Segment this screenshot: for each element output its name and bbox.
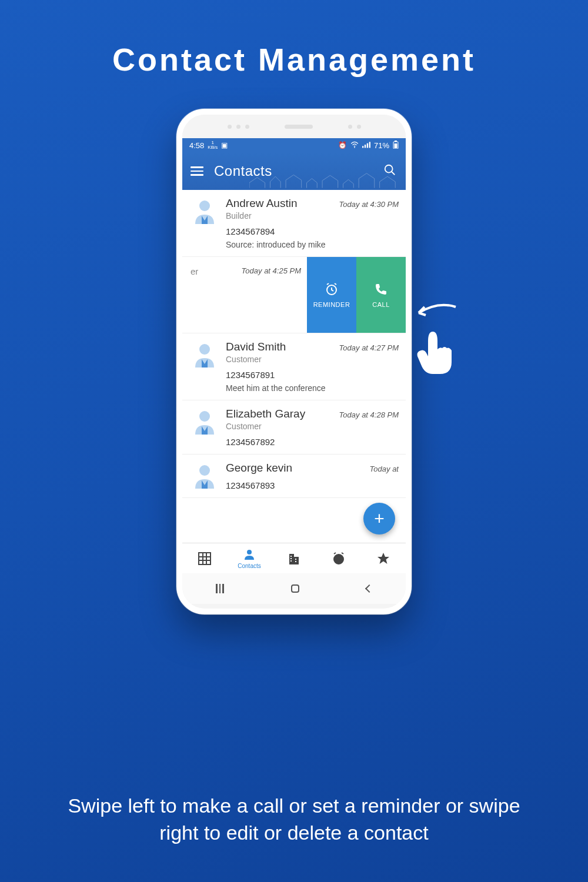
svg-rect-23 <box>290 556 292 557</box>
contact-row[interactable]: David Smith Today at 4:27 PM Customer 12… <box>182 333 406 400</box>
android-nav-bar <box>182 573 406 604</box>
add-contact-button[interactable]: + <box>363 503 395 534</box>
page-title: Contact Management <box>0 0 588 78</box>
battery-text: 71% <box>374 141 389 150</box>
svg-rect-1 <box>362 146 363 148</box>
svg-rect-15 <box>199 553 211 564</box>
contact-time: Today at 4:30 PM <box>339 200 399 209</box>
svg-rect-4 <box>369 142 370 148</box>
avatar-icon <box>191 462 219 490</box>
contact-note: Meet him at the conference <box>226 383 399 393</box>
contact-row[interactable]: George kevin Today at 1234567893 <box>182 455 406 498</box>
contact-time: Today at 4:28 PM <box>339 410 399 419</box>
avatar-icon <box>191 340 219 369</box>
avatar-icon <box>191 197 219 225</box>
contact-row[interactable]: Andrew Austin Today at 4:30 PM Builder 1… <box>182 190 406 257</box>
swipe-arrow-icon <box>412 300 459 323</box>
screen: 4:58 1KB/s ▣ ⏰ 71% <box>182 138 406 573</box>
menu-icon[interactable] <box>191 166 203 176</box>
picture-icon: ▣ <box>221 141 228 149</box>
alarm-icon: ⏰ <box>338 141 347 149</box>
svg-rect-26 <box>295 559 296 560</box>
contact-time: Today at <box>370 465 399 473</box>
nav-back-icon[interactable] <box>366 586 372 592</box>
battery-icon <box>393 141 399 151</box>
tab-contacts[interactable]: Contacts <box>227 543 272 573</box>
app-bar: Contacts <box>182 152 406 190</box>
wifi-icon <box>350 141 359 150</box>
page-subtitle: Swipe left to make a call or set a remin… <box>0 793 588 847</box>
svg-rect-25 <box>290 560 292 562</box>
tab-clock[interactable] <box>316 543 361 573</box>
svg-rect-27 <box>295 561 296 562</box>
svg-line-9 <box>392 172 395 175</box>
svg-point-20 <box>247 550 252 554</box>
tab-star[interactable] <box>361 543 406 573</box>
nav-home-icon[interactable] <box>291 584 299 593</box>
contact-phone: 1234567892 <box>226 437 399 447</box>
status-time: 4:58 <box>189 141 204 150</box>
tab-grid[interactable] <box>182 543 227 573</box>
svg-point-13 <box>199 411 210 422</box>
contact-name-fragment: er <box>191 266 198 276</box>
contact-phone: 1234567894 <box>226 226 399 236</box>
status-bar: 4:58 1KB/s ▣ ⏰ 71% <box>182 138 406 152</box>
swipe-hand-icon <box>412 323 459 379</box>
contact-role: Builder <box>226 211 399 220</box>
contact-note: Source: introduced by mike <box>226 240 399 249</box>
contact-time: Today at 4:27 PM <box>339 343 399 352</box>
reminder-label: REMINDER <box>313 301 350 308</box>
call-label: CALL <box>372 301 390 308</box>
contact-time: Today at 4:25 PM <box>242 266 301 275</box>
bottom-tabs: Contacts <box>182 543 406 573</box>
tab-buildings[interactable] <box>272 543 316 573</box>
network-rate-icon: 1KB/s <box>208 141 218 150</box>
call-button[interactable]: CALL <box>356 257 406 333</box>
contact-row-swiped[interactable]: er Today at 4:25 PM REMINDER CALL <box>182 257 406 333</box>
phone-frame: 4:58 1KB/s ▣ ⏰ 71% <box>176 109 412 614</box>
contact-name: Elizabeth Garay <box>226 407 305 420</box>
contact-role: Customer <box>226 355 399 364</box>
skyline-decoration <box>249 172 406 190</box>
contact-name: David Smith <box>226 340 286 353</box>
contact-phone: 1234567891 <box>226 370 399 380</box>
contact-role: Customer <box>226 422 399 431</box>
contact-row[interactable]: Elizabeth Garay Today at 4:28 PM Custome… <box>182 400 406 455</box>
reminder-button[interactable]: REMINDER <box>307 257 356 333</box>
svg-rect-24 <box>290 558 292 559</box>
svg-point-12 <box>199 344 210 355</box>
svg-rect-7 <box>395 143 397 148</box>
nav-recent-icon[interactable] <box>216 584 224 593</box>
avatar-icon <box>191 407 219 436</box>
phone-sensors <box>182 115 406 138</box>
contact-name: Andrew Austin <box>226 197 297 210</box>
svg-rect-2 <box>365 145 366 148</box>
svg-point-14 <box>199 465 210 476</box>
svg-point-10 <box>199 201 210 211</box>
search-icon[interactable] <box>383 163 396 179</box>
svg-rect-3 <box>367 143 368 148</box>
svg-point-0 <box>354 146 355 148</box>
svg-rect-22 <box>294 557 299 564</box>
svg-point-8 <box>385 165 393 173</box>
tab-contacts-label: Contacts <box>238 563 260 569</box>
swipe-hint <box>412 300 459 379</box>
contact-phone: 1234567893 <box>226 480 399 490</box>
contacts-list[interactable]: Andrew Austin Today at 4:30 PM Builder 1… <box>182 190 406 498</box>
signal-icon <box>362 141 370 150</box>
contact-name: George kevin <box>226 462 292 475</box>
